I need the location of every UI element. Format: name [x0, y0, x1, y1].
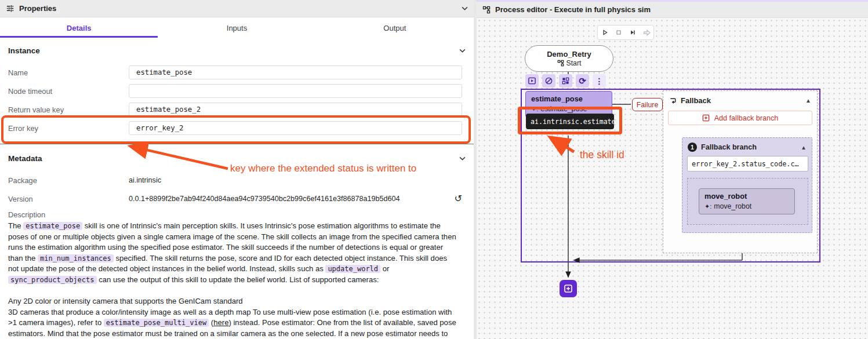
properties-tabs: DetailsInputsOutput — [0, 18, 474, 38]
grid-icon[interactable] — [559, 74, 572, 88]
description-segment: can use the output of this skill to upda… — [97, 275, 379, 284]
field-row-return-value-key: Return value key — [8, 103, 462, 116]
skill-icon: ✦: — [704, 203, 711, 210]
metadata-row-version: Version0.0.1+8899f2be7ab94f240d84aea94c9… — [8, 194, 462, 203]
fallback-branch-header: 1 Fallback branch ▲ — [682, 138, 812, 154]
fallback-branch-panel[interactable]: 1 Fallback branch ▲ error_key_2.status_c… — [682, 137, 812, 233]
node-action-toolbar: ⟳⋮ — [525, 74, 606, 88]
tune-icon — [6, 4, 14, 13]
process-editor-header: Process editor - Execute in full physics… — [477, 2, 868, 18]
app-window: Properties DetailsInputsOutput Instance … — [0, 0, 868, 339]
instance-section-header[interactable]: Instance — [8, 46, 466, 55]
start-node-subtitle: Start — [566, 59, 582, 67]
instance-section-title: Instance — [8, 46, 40, 55]
field-label: Name — [8, 68, 129, 77]
metadata-label: Version — [8, 195, 129, 203]
estimate-pose-node-subtitle: estimate_pose — [540, 105, 587, 113]
run-icon[interactable] — [525, 74, 539, 88]
description-segment: or — [380, 264, 389, 273]
metadata-section-header[interactable]: Metadata — [8, 154, 466, 163]
skip-next-icon[interactable] — [627, 27, 638, 38]
field-input-name[interactable] — [129, 65, 462, 79]
fallback-icon — [669, 97, 677, 104]
fallback-title: Fallback — [681, 96, 711, 105]
tab-output[interactable]: Output — [316, 18, 474, 38]
description-segment: Any 2D color or intensity camera that su… — [8, 297, 243, 305]
add-icon — [702, 114, 710, 122]
block-icon[interactable] — [542, 74, 555, 88]
description-link[interactable]: here — [213, 318, 228, 327]
tab-inputs[interactable]: Inputs — [158, 18, 315, 38]
section-divider — [0, 144, 474, 144]
plus-icon — [564, 284, 573, 293]
branch-index-badge: 1 — [688, 143, 697, 152]
sync-icon[interactable]: ⟳ — [576, 74, 589, 88]
code-chip: estimate_pose — [23, 222, 82, 230]
move-robot-node[interactable]: move_robot ✦: move_robot — [699, 188, 795, 214]
skill-icon: ✦: — [531, 105, 538, 113]
failure-edge-label[interactable]: Failure — [632, 98, 663, 111]
chevron-down-icon[interactable] — [459, 49, 466, 53]
field-input-error-key[interactable] — [129, 121, 462, 135]
add-fallback-branch-button[interactable]: Add fallback branch — [668, 111, 812, 125]
field-row-error-key: Error key — [8, 121, 462, 135]
history-icon[interactable]: ↺ — [455, 194, 462, 203]
field-input-return-value-key[interactable] — [129, 103, 462, 116]
code-chip: update_world — [325, 265, 380, 273]
metadata-section-title: Metadata — [8, 154, 42, 163]
estimate-pose-node-title: estimate_pose — [531, 94, 606, 103]
move-robot-node-subtitle: move_robot — [714, 202, 751, 210]
chevron-down-icon[interactable] — [459, 156, 466, 161]
stop-icon[interactable] — [613, 27, 624, 38]
start-node[interactable]: Demo_Retry Start — [525, 45, 613, 72]
field-row-name: Name — [8, 65, 462, 79]
code-chip: min_num_instances — [38, 254, 114, 263]
process-tree-icon — [482, 6, 491, 14]
process-tree-icon — [557, 60, 564, 67]
fallback-branch-title: Fallback branch — [701, 143, 757, 151]
field-label: Return value key — [8, 105, 129, 114]
caret-up-icon[interactable]: ▲ — [801, 144, 807, 151]
caret-up-icon[interactable]: ▲ — [805, 97, 811, 104]
field-input-node-timeout[interactable] — [129, 84, 462, 98]
process-editor-title: Process editor - Execute in full physics… — [495, 5, 651, 14]
metadata-row-package: Packageai.intrinsic — [8, 176, 462, 185]
description-label: Description — [8, 210, 45, 219]
field-row-node-timeout: Node timeout — [8, 84, 462, 98]
properties-panel: Properties DetailsInputsOutput Instance … — [0, 0, 474, 339]
branch-condition-box[interactable]: error_key_2.status_code.c… — [687, 156, 808, 172]
code-chip: sync_product_objects — [8, 276, 97, 284]
forward-arrow-icon[interactable] — [641, 27, 652, 38]
field-label: Error key — [8, 124, 129, 133]
field-label: Node timeout — [8, 87, 129, 96]
fallback-header: Fallback ▲ — [663, 91, 817, 109]
tab-details[interactable]: Details — [0, 18, 158, 38]
process-editor-panel: Process editor - Execute in full physics… — [477, 0, 868, 339]
play-icon[interactable] — [599, 27, 611, 38]
properties-header: Properties — [0, 0, 474, 17]
description-text: The estimate_pose skill is one of Intrin… — [8, 221, 458, 339]
add-node-button[interactable] — [560, 280, 577, 297]
add-fallback-branch-label: Add fallback branch — [714, 114, 779, 122]
process-canvas[interactable]: Demo_Retry Start ⟳⋮ estimate_pose ✦: — [477, 18, 868, 339]
metadata-label: Package — [8, 176, 129, 185]
move-robot-node-title: move_robot — [704, 192, 789, 201]
more-icon[interactable]: ⋮ — [593, 74, 606, 88]
skill-id-tooltip: ai.intrinsic.estimate_pose — [526, 114, 614, 129]
metadata-value: 0.0.1+8899f2be7ab94f240d84aea94c9739540b… — [129, 195, 400, 203]
description-segment: The — [8, 221, 23, 230]
execution-toolbar — [597, 25, 654, 40]
metadata-value: ai.intrinsic — [129, 176, 161, 184]
properties-title: Properties — [19, 4, 56, 13]
chevron-down-icon[interactable] — [462, 6, 468, 10]
fallback-container[interactable]: Fallback ▲ Add fallback branch 1 Fallbac… — [663, 90, 818, 253]
start-node-title: Demo_Retry — [547, 50, 591, 59]
code-chip: estimate_pose_multi_view — [104, 319, 209, 327]
